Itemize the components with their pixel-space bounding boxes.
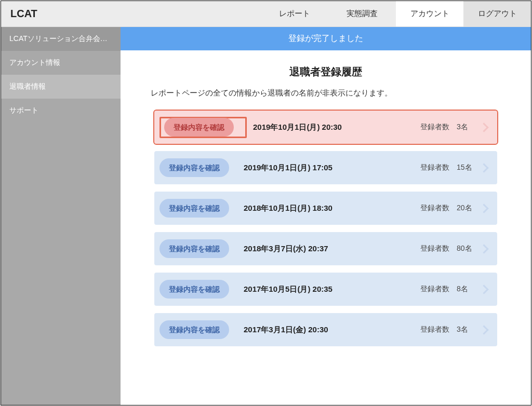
row-count-label: 登録者数: [420, 244, 449, 253]
tab-logout[interactable]: ログアウト: [463, 1, 531, 26]
confirm-pill[interactable]: 登録内容を確認: [164, 118, 234, 137]
row-count-label: 登録者数: [420, 163, 449, 172]
chevron-right-icon: [481, 123, 490, 132]
chevron-right-icon: [481, 285, 490, 294]
row-count-value: 20名: [457, 204, 481, 213]
chevron-right-icon: [481, 163, 490, 172]
sidebar-retiree-info[interactable]: 退職者情報: [1, 75, 121, 99]
row-count-value: 3名: [457, 325, 481, 334]
row-count-label: 登録者数: [420, 285, 449, 294]
main: 登録が完了しました 退職者登録履歴 レポートページの全ての情報から退職者の名前が…: [121, 27, 531, 405]
confirm-pill[interactable]: 登録内容を確認: [159, 199, 229, 218]
history-row[interactable]: 登録内容を確認 2019年10月1日(月) 17:05 登録者数 15名: [154, 151, 497, 184]
row-count-label: 登録者数: [420, 123, 449, 132]
row-count-label: 登録者数: [420, 325, 449, 334]
row-datetime: 2018年10月1日(月) 18:30: [244, 204, 420, 213]
tab-account[interactable]: アカウント: [396, 1, 463, 26]
chevron-right-icon: [481, 325, 490, 334]
topbar: LCAT レポート 実態調査 アカウント ログアウト: [1, 1, 531, 27]
page-title: 退職者登録履歴: [121, 65, 531, 79]
history-row[interactable]: 登録内容を確認 2017年10月5日(月) 20:35 登録者数 8名: [154, 273, 497, 306]
success-banner: 登録が完了しました: [121, 27, 531, 50]
chevron-right-icon: [481, 244, 490, 253]
history-row[interactable]: 登録内容を確認 2018年10月1日(月) 18:30 登録者数 20名: [154, 192, 497, 225]
row-datetime: 2019年10月1日(月) 20:30: [253, 123, 420, 132]
row-datetime: 2019年10月1日(月) 17:05: [244, 163, 420, 173]
sidebar-support[interactable]: サポート: [1, 99, 121, 123]
history-row[interactable]: 登録内容を確認 2017年3月1日(金) 20:30 登録者数 3名: [154, 313, 497, 346]
tab-report[interactable]: レポート: [261, 1, 328, 26]
row-datetime: 2017年10月5日(月) 20:35: [244, 285, 420, 294]
row-count-value: 3名: [457, 123, 481, 132]
row-count-value: 15名: [457, 163, 481, 172]
sidebar-account-info[interactable]: アカウント情報: [1, 51, 121, 75]
row-count-label: 登録者数: [420, 204, 449, 213]
row-datetime: 2017年3月1日(金) 20:30: [244, 325, 420, 335]
history-row[interactable]: 登録内容を確認 2018年3月7日(水) 20:37 登録者数 80名: [154, 232, 497, 265]
chevron-right-icon: [481, 204, 490, 213]
tab-survey[interactable]: 実態調査: [328, 1, 396, 26]
row-count-value: 80名: [457, 244, 481, 253]
sidebar: LCATソリューション合弁会… アカウント情報 退職者情報 サポート: [1, 27, 121, 405]
confirm-pill[interactable]: 登録内容を確認: [159, 158, 229, 177]
confirm-pill[interactable]: 登録内容を確認: [159, 280, 229, 299]
history-row[interactable]: 登録内容を確認 2019年10月1日(月) 20:30 登録者数 3名: [154, 111, 497, 144]
topnav: レポート 実態調査 アカウント ログアウト: [121, 1, 531, 26]
row-count-value: 8名: [457, 285, 481, 294]
confirm-pill[interactable]: 登録内容を確認: [159, 239, 229, 258]
history-list: 登録内容を確認 2019年10月1日(月) 20:30 登録者数 3名 登録内容…: [154, 111, 497, 346]
confirm-pill[interactable]: 登録内容を確認: [159, 320, 229, 339]
logo: LCAT: [1, 8, 121, 20]
sidebar-org[interactable]: LCATソリューション合弁会…: [1, 27, 121, 51]
row-datetime: 2018年3月7日(水) 20:37: [244, 244, 420, 254]
page-subtitle: レポートページの全ての情報から退職者の名前が非表示になります。: [151, 88, 531, 98]
